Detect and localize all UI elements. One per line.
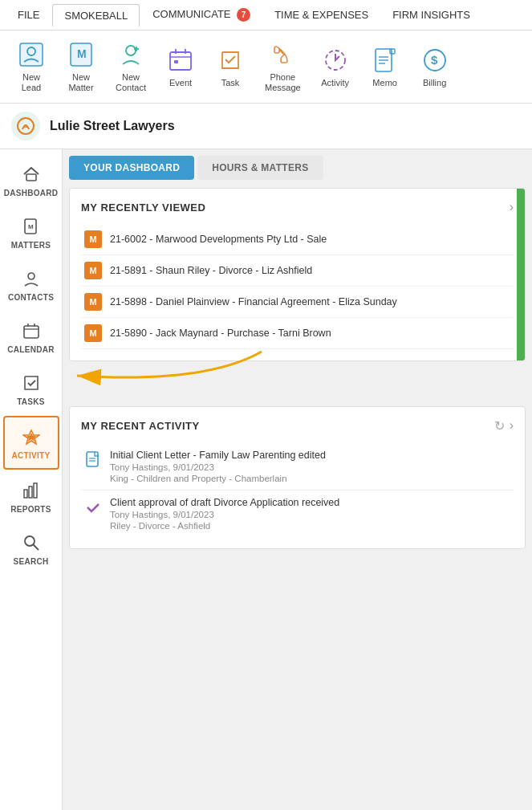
menu-time-expenses[interactable]: TIME & EXPENSES [263,4,380,26]
new-matter-button[interactable]: M NewMatter [58,35,104,98]
activity-arrow-button[interactable]: › [510,418,514,433]
svg-rect-32 [24,490,27,498]
svg-rect-22 [26,174,36,181]
home-icon [20,163,43,185]
activity-item-sub2: King - Children and Property - Chamberla… [110,474,326,483]
menu-communicate-label: COMMUNICATE [152,8,230,20]
communicate-badge: 7 [237,8,250,22]
firm-header: Lulie Street Lawyers [0,104,532,149]
firm-name-label: Lulie Street Lawyers [50,119,175,133]
memo-button[interactable]: Memo [362,41,408,93]
list-item[interactable]: M 21-5898 - Daniel Plainview - Financial… [81,287,514,318]
recent-activity-title: MY RECENT ACTIVITY [81,420,200,432]
svg-rect-7 [170,52,191,70]
sidebar-item-matters[interactable]: M MATTERS [3,207,59,258]
billing-icon: $ [420,46,449,75]
event-icon [166,46,195,75]
memo-label: Memo [372,78,397,88]
activity-icon [321,46,350,75]
new-lead-icon [17,40,46,69]
tab-hours-matters[interactable]: HOURS & MATTERS [197,156,323,180]
new-matter-icon: M [67,40,95,69]
firm-logo [11,112,40,140]
activity-item-title: Initial Client Letter - Family Law Paren… [110,450,326,461]
list-item[interactable]: M 21-6002 - Marwood Developments Pty Ltd… [81,224,514,255]
sidebar-item-reports[interactable]: REPORTS [3,471,59,522]
billing-button[interactable]: $ Billing [412,41,458,93]
billing-label: Billing [423,78,446,88]
sidebar-item-calendar[interactable]: CALENDAR [3,311,59,362]
event-button[interactable]: Event [157,41,204,93]
recent-activity-header: MY RECENT ACTIVITY ↻ › [81,418,514,433]
menu-firm-insights[interactable]: FIRM INSIGHTS [381,4,481,26]
svg-point-25 [28,273,35,279]
svg-rect-38 [87,452,98,466]
sidebar-activity-label: ACTIVITY [12,451,51,460]
list-item[interactable]: Client approval of draft Divorce Applica… [81,490,514,537]
recently-item-text: 21-5891 - Shaun Riley - Divorce - Liz As… [110,265,312,276]
new-matter-label: NewMatter [68,72,93,93]
matters-icon: M [20,215,43,238]
sidebar-item-dashboard[interactable]: DASHBOARD [3,155,59,206]
arrow-annotation [63,344,270,392]
sidebar-calendar-label: CALENDAR [7,345,55,354]
svg-text:M: M [77,47,87,60]
svg-text:M: M [28,223,34,230]
list-item[interactable]: Initial Client Letter - Family Law Paren… [81,443,514,490]
new-lead-label: NewLead [22,72,41,93]
svg-point-4 [126,46,136,55]
recently-viewed-header: MY RECENTLY VIEWED › [81,200,514,214]
tab-your-dashboard[interactable]: YOUR DASHBOARD [69,156,194,180]
new-lead-button[interactable]: NewLead [8,35,55,98]
dashboard-tabs: YOUR DASHBOARD HOURS & MATTERS [69,156,526,180]
phone-message-label: PhoneMessage [265,72,301,93]
task-label: Task [221,78,240,88]
content-area: YOUR DASHBOARD HOURS & MATTERS MY RECENT… [63,149,532,810]
recently-viewed-arrow[interactable]: › [510,200,514,214]
sidebar-item-activity[interactable]: ACTIVITY [3,416,59,470]
svg-rect-33 [29,486,32,498]
sidebar-reports-label: REPORTS [10,505,51,514]
recently-viewed-panel: MY RECENTLY VIEWED › M 21-6002 - Marwood… [69,188,526,361]
menu-file[interactable]: FILE [6,4,51,26]
refresh-button[interactable]: ↻ [494,418,505,433]
contacts-icon [20,267,43,290]
sidebar-item-search[interactable]: SEARCH [3,523,59,574]
phone-message-icon [268,40,297,69]
svg-rect-11 [174,60,178,63]
sidebar-item-tasks[interactable]: TASKS [3,364,59,414]
activity-item-sub2: Riley - Divorce - Ashfield [110,521,339,531]
task-button[interactable]: Task [207,41,254,93]
left-sidebar: DASHBOARD M MATTERS CONTACTS [0,149,63,810]
search-icon [20,531,43,554]
recently-item-text: 21-5898 - Daniel Plainview - Financial A… [110,296,397,307]
recent-activity-panel: MY RECENT ACTIVITY ↻ › Initial Clien [69,406,526,549]
new-contact-button[interactable]: NewContact [108,35,154,98]
matter-badge-icon: M [84,293,102,311]
calendar-icon [20,320,43,342]
new-contact-icon [116,40,145,69]
activity-label: Activity [321,78,349,88]
matter-badge-icon: M [84,324,102,342]
event-label: Event [169,78,192,88]
phone-message-button[interactable]: PhoneMessage [257,35,309,98]
sidebar-item-contacts[interactable]: CONTACTS [3,259,59,310]
task-icon [216,46,245,75]
activity-button[interactable]: Activity [312,41,359,93]
toolbar: NewLead M NewMatter NewContact [0,31,532,104]
matter-badge-icon: M [84,262,102,279]
green-strip [517,189,525,360]
sidebar-contacts-label: CONTACTS [8,293,54,302]
activity-sidebar-icon [20,425,43,448]
svg-rect-26 [24,326,39,338]
menu-smokeball[interactable]: SMOKEBALL [52,4,140,27]
tasks-icon [20,372,43,394]
menu-bar: FILE SMOKEBALL COMMUNICATE 7 TIME & EXPE… [0,0,532,31]
main-layout: DASHBOARD M MATTERS CONTACTS [0,149,532,810]
recently-item-text: 21-6002 - Marwood Developments Pty Ltd -… [110,234,327,245]
svg-text:$: $ [431,53,438,67]
list-item[interactable]: M 21-5891 - Shaun Riley - Divorce - Liz … [81,255,514,287]
menu-communicate[interactable]: COMMUNICATE 7 [141,3,262,26]
activity-content: Client approval of draft Divorce Applica… [110,497,339,531]
check-icon [84,499,102,516]
